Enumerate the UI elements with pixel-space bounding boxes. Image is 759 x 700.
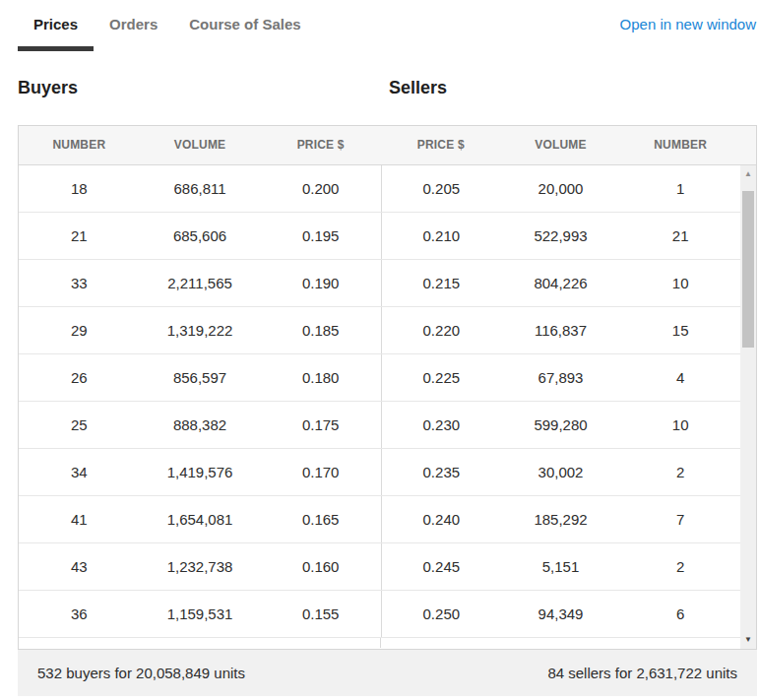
buy-volume-cell: 1,319,222 xyxy=(140,307,261,353)
sell-number-cell: 4 xyxy=(620,354,740,401)
market-depth-panel: Prices Orders Course of Sales Open in ne… xyxy=(0,0,759,700)
tab-prices[interactable]: Prices xyxy=(18,0,94,51)
table-row: 34 1,419,576 0.170 0.235 30,002 2 xyxy=(19,449,756,496)
sell-volume-cell: 804,226 xyxy=(501,260,621,306)
sell-number-cell: 1 xyxy=(620,165,740,212)
table-body: 18 686,811 0.200 0.205 20,000 1 21 685,6… xyxy=(19,165,756,649)
buy-price-cell: 0.195 xyxy=(260,213,381,259)
buyers-title: Buyers xyxy=(18,77,78,98)
buy-volume-cell: 888,382 xyxy=(140,402,261,448)
sell-price-cell: 0.240 xyxy=(381,496,501,542)
buy-volume-cell: 1,232,738 xyxy=(140,543,261,590)
sell-number-cell: 10 xyxy=(620,402,740,448)
buy-number-cell: 25 xyxy=(19,402,140,448)
sell-volume-cell: 5,151 xyxy=(501,543,621,590)
sell-volume-cell: 116,837 xyxy=(501,307,621,353)
buy-volume-cell: 856,597 xyxy=(140,354,261,401)
sell-price-cell: 0.210 xyxy=(381,213,501,259)
buy-volume-cell: 686,811 xyxy=(140,165,261,212)
scrollbar-thumb[interactable] xyxy=(742,191,754,348)
buy-price-cell: 0.200 xyxy=(260,165,381,212)
table-row: 33 2,211,565 0.190 0.215 804,226 10 xyxy=(19,260,756,307)
col-header-buy-volume: VOLUME xyxy=(140,126,261,164)
buy-price-cell: 0.175 xyxy=(260,402,381,448)
buy-number-cell: 41 xyxy=(19,496,140,542)
tab-bar: Prices Orders Course of Sales Open in ne… xyxy=(0,0,759,51)
buy-volume-cell: 1,159,531 xyxy=(140,591,261,637)
table-rows: 18 686,811 0.200 0.205 20,000 1 21 685,6… xyxy=(19,165,756,648)
table-row: 43 1,232,738 0.160 0.245 5,151 2 xyxy=(19,543,756,591)
table-row: 29 1,319,222 0.185 0.220 116,837 15 xyxy=(19,307,756,354)
sell-number-cell: 2 xyxy=(620,543,740,590)
buy-price-cell: 0.165 xyxy=(260,496,381,542)
buy-number-cell: 43 xyxy=(19,543,140,590)
sell-volume-cell: 20,000 xyxy=(501,165,621,212)
buy-number-cell: 29 xyxy=(19,307,140,353)
sellers-summary: 84 sellers for 2,631,722 units xyxy=(547,665,737,681)
buy-number-cell: 26 xyxy=(19,354,140,401)
buy-price-cell: 0.185 xyxy=(260,307,381,353)
table-header-row: NUMBER VOLUME PRICE $ PRICE $ VOLUME NUM… xyxy=(19,126,756,165)
col-header-sell-volume: VOLUME xyxy=(501,126,621,164)
buy-volume-cell: 685,606 xyxy=(140,213,261,259)
buyers-summary: 532 buyers for 20,058,849 units xyxy=(37,665,245,681)
buy-number-cell: 18 xyxy=(19,165,140,212)
table-row: 25 888,382 0.175 0.230 599,280 10 xyxy=(19,402,756,449)
sell-number-cell: 7 xyxy=(620,496,740,542)
scroll-up-icon[interactable]: ▲ xyxy=(740,166,756,182)
sell-number-cell: 21 xyxy=(620,213,740,259)
summary-footer: 532 buyers for 20,058,849 units 84 selle… xyxy=(18,650,757,696)
sell-volume-cell: 67,893 xyxy=(501,354,621,401)
col-header-sell-price: PRICE $ xyxy=(381,126,501,164)
tab-course-of-sales[interactable]: Course of Sales xyxy=(173,0,316,51)
sell-volume-cell: 599,280 xyxy=(501,402,621,448)
buy-volume-cell: 1,654,081 xyxy=(140,496,261,542)
buy-price-cell: 0.170 xyxy=(260,449,381,495)
sell-price-cell: 0.230 xyxy=(381,402,501,448)
sell-number-cell: 10 xyxy=(620,260,740,306)
sell-volume-cell: 185,292 xyxy=(501,496,621,542)
table-row: 26 856,597 0.180 0.225 67,893 4 xyxy=(19,354,756,402)
open-in-new-window-link[interactable]: Open in new window xyxy=(620,0,756,49)
col-header-buy-price: PRICE $ xyxy=(260,126,381,164)
sell-price-cell: 0.205 xyxy=(381,165,501,212)
scrollbar[interactable]: ▲ ▼ xyxy=(740,165,756,649)
buy-volume-cell: 2,211,565 xyxy=(140,260,261,306)
sell-price-cell: 0.235 xyxy=(381,449,501,495)
sell-price-cell: 0.215 xyxy=(381,260,501,306)
sell-price-cell: 0.225 xyxy=(381,354,501,401)
tab-orders[interactable]: Orders xyxy=(94,0,173,51)
buy-price-cell: 0.180 xyxy=(260,354,381,401)
table-row: 21 685,606 0.195 0.210 522,993 21 xyxy=(19,213,756,260)
buy-number-cell: 33 xyxy=(19,260,140,306)
market-depth-table: NUMBER VOLUME PRICE $ PRICE $ VOLUME NUM… xyxy=(18,125,757,650)
table-row: 18 686,811 0.200 0.205 20,000 1 xyxy=(19,165,756,213)
buy-price-cell: 0.190 xyxy=(260,260,381,306)
table-row: 36 1,159,531 0.155 0.250 94,349 6 xyxy=(19,591,756,638)
section-titles: Buyers Sellers xyxy=(0,77,759,100)
buy-number-cell: 34 xyxy=(19,449,140,495)
table-row: 41 1,654,081 0.165 0.240 185,292 7 xyxy=(19,496,756,543)
sell-number-cell: 2 xyxy=(620,449,740,495)
col-header-buy-number: NUMBER xyxy=(19,126,140,164)
buy-price-cell: 0.160 xyxy=(260,543,381,590)
sell-price-cell: 0.220 xyxy=(381,307,501,353)
buy-volume-cell: 1,419,576 xyxy=(140,449,261,495)
sell-number-cell: 6 xyxy=(620,591,740,637)
col-header-sell-number: NUMBER xyxy=(620,126,740,164)
sell-price-cell: 0.250 xyxy=(381,591,501,637)
partial-row xyxy=(19,638,756,648)
sell-volume-cell: 30,002 xyxy=(501,449,621,495)
partial-row-divider xyxy=(19,638,381,648)
buy-price-cell: 0.155 xyxy=(260,591,381,637)
sell-volume-cell: 94,349 xyxy=(501,591,621,637)
buy-number-cell: 21 xyxy=(19,213,140,259)
sell-price-cell: 0.245 xyxy=(381,543,501,590)
sellers-title: Sellers xyxy=(389,77,447,98)
buy-number-cell: 36 xyxy=(19,591,140,637)
sell-number-cell: 15 xyxy=(620,307,740,353)
scroll-down-icon[interactable]: ▼ xyxy=(740,632,756,648)
sell-volume-cell: 522,993 xyxy=(501,213,621,259)
